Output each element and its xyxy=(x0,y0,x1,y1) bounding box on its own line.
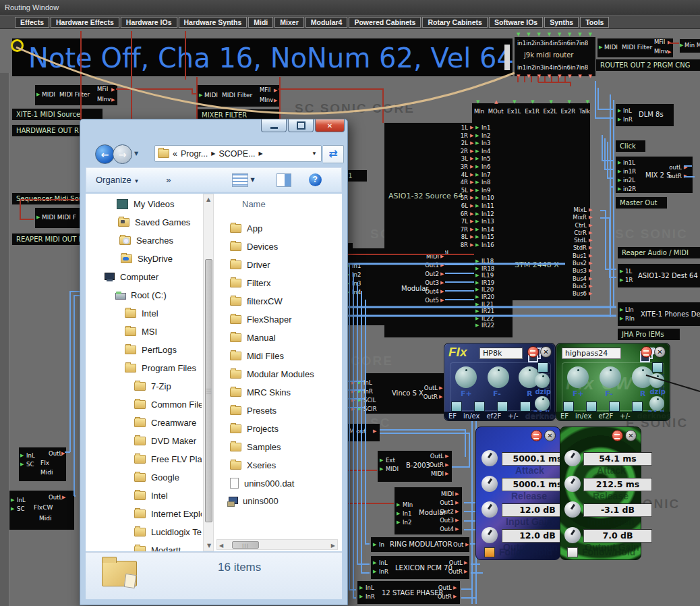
tree-item-skydrive[interactable]: SkyDrive xyxy=(121,254,173,264)
pin-label[interactable]: OutL xyxy=(49,450,62,457)
tree-item-lucidlogix[interactable]: Lucidlogix Te xyxy=(134,527,202,537)
pin-arrows[interactable]: ▶ ▶ xyxy=(684,163,687,181)
minimize-button[interactable] xyxy=(261,119,287,132)
pin-arrows[interactable]: ▶ ▶ ▶ xyxy=(397,501,400,527)
file-item-devices[interactable]: Devices xyxy=(230,242,278,252)
stm-right-arrows[interactable]: ▶ ▶ ▶ ▶ ▶ ▶ ▶ ▶ ▶ ▶ ▶ ▶ xyxy=(589,206,592,298)
release-knob[interactable] xyxy=(482,476,498,492)
tree-scrollbar[interactable]: ▲ ——— ▼ xyxy=(203,194,214,551)
file-item-mrc-skins[interactable]: MRC Skins xyxy=(230,387,291,397)
module-midi-filter-small[interactable]: ▶ MIDI MIDI F xyxy=(35,208,82,228)
explorer-window[interactable]: ✕ ← → ▼ « Progr... ▶ SCOPE... ▶ ▼ ⇄ Orga… xyxy=(80,119,348,605)
pin-label[interactable]: OutL xyxy=(49,494,62,501)
pin-arrow[interactable]: ▶ xyxy=(599,45,602,50)
file-item-samples[interactable]: Samples xyxy=(230,442,281,452)
preset-name-field[interactable]: highpass24 xyxy=(562,348,621,359)
forward-button[interactable]: → xyxy=(113,144,132,164)
module-midi-filter-mid[interactable]: ▶ MIDI MIDI Filter MFil ▶ MInv ▶ xyxy=(198,85,280,107)
label-router-out-2[interactable]: ROUTER OUT 2 PRGM CNG xyxy=(596,59,700,71)
pin-labels[interactable]: LIn RIn xyxy=(625,306,635,323)
pin-arrows[interactable]: ▶ ▶ xyxy=(439,384,442,402)
stm-header-arrows[interactable]: ▼▲▼▼▼▼▼ xyxy=(476,99,589,105)
pin-arrows[interactable]: ▶ ▶ xyxy=(380,456,383,474)
tab-tools[interactable]: Tools xyxy=(580,17,609,28)
tree-item-free-flv[interactable]: Free FLV Play xyxy=(134,454,202,464)
tree-item-common-files[interactable]: Common File xyxy=(134,400,202,410)
module-j9k-midi-router[interactable]: ▼▼▼▼▼▼▼▼ in1in2in3in4in5in6in7in8 j9k mi… xyxy=(515,37,595,76)
pin-label[interactable]: In xyxy=(379,541,384,548)
file-item-flexshaper[interactable]: FlexShaper xyxy=(230,314,291,325)
ef2f-button[interactable] xyxy=(497,402,508,412)
file-list-hscrollbar[interactable]: ◀ ||| ▶ xyxy=(216,539,338,550)
label-reaper-audio-midi[interactable]: Reaper Audio / MIDI xyxy=(618,247,700,258)
pin-labels[interactable]: OutL OutR xyxy=(421,384,438,402)
pin-arrow[interactable]: ▶ xyxy=(668,49,671,55)
pin-arrows[interactable]: ▶ ▶ xyxy=(20,451,24,469)
pin-label[interactable]: MFil xyxy=(97,86,108,92)
tab-hardware-ios[interactable]: Hardware IOs xyxy=(121,17,177,28)
pin-arrows[interactable]: ▶ ▶ ▶ xyxy=(445,452,448,478)
stm-left-outer-pins[interactable]: 1L 1R 2L 2R 3L 3R 4L 4R 5L 5R 6L 6R 7L 7… xyxy=(450,124,468,250)
stm-right-pins[interactable]: MixL MixR CtrL CtrR StdL StdR Bus1 Bus2 … xyxy=(562,206,587,298)
attack-knob[interactable] xyxy=(482,450,498,466)
tree-item-intel[interactable]: Intel xyxy=(125,308,158,319)
pin-label[interactable]: Out xyxy=(453,541,463,548)
pin-label[interactable]: MIDI xyxy=(42,91,55,98)
tree-item-7zip[interactable]: 7-Zip xyxy=(134,381,171,391)
module-lexicon[interactable]: ▶ ▶ InL InR LEXICON PCM 70 OutL OutR ▶ ▶ xyxy=(371,556,469,579)
tab-software-ios[interactable]: Software IOs xyxy=(489,17,543,28)
module-ring-modulator[interactable]: ▶ In RING MODULATOR Out ▶ xyxy=(371,537,469,552)
close-button[interactable]: ✕ xyxy=(315,119,345,132)
pin-label[interactable]: MInv xyxy=(97,96,111,103)
refresh-button[interactable]: ⇄ xyxy=(323,145,344,163)
pin-arrows[interactable]: ▶ ▶ ▶ ▶ ▶ xyxy=(455,490,459,534)
file-item-filterx[interactable]: Filterx xyxy=(230,278,270,288)
freq-plus-knob[interactable] xyxy=(455,366,477,388)
pin-labels[interactable]: InL SC xyxy=(17,496,26,514)
pin-arrows[interactable]: ▶ ▶ xyxy=(453,584,457,601)
pin-arrows[interactable]: ▶ ▶ ▶ ▶ xyxy=(618,159,621,194)
release-knob[interactable] xyxy=(564,476,581,492)
tab-mixer[interactable]: Mixer xyxy=(274,17,303,28)
fix-cw-panel[interactable]: highpass24 ✕ FIx CW F+ F- R ef2R dzip 24… xyxy=(556,343,670,421)
pin-arrow[interactable]: ▶ xyxy=(274,88,277,93)
pin-arrow[interactable]: ▶ xyxy=(465,542,469,547)
label-master-out[interactable]: Master Out xyxy=(616,197,667,209)
module-xite-phones[interactable]: ▶ ▶ LIn RIn XITE-1 Phones Dest xyxy=(618,302,700,326)
pin-labels[interactable]: MIDI Out1 Out2 Out3 Out4 xyxy=(436,490,454,534)
tree-item-root-c[interactable]: Root (C:) xyxy=(115,290,167,300)
module-modular-mid[interactable]: ▶ ▶ ▶ ▶ In1 In2 In3 In4 Modular MIDI Out… xyxy=(339,248,445,325)
module-asio-dest[interactable]: ▶ ▶ 1L 1R ASIO1-32 Dest 64 xyxy=(618,264,700,287)
inex-button[interactable] xyxy=(474,402,485,412)
pin-labels[interactable]: outL outR xyxy=(667,163,682,181)
pin-arrows[interactable]: ▶ ▶ xyxy=(620,267,623,285)
minimize-icon[interactable] xyxy=(641,346,652,358)
module-phaser[interactable]: ▶ ▶ InL InR 12 STAGE PHASER OutL OutR ▶ … xyxy=(357,581,460,604)
pin-labels[interactable]: InL InR SClL SClR xyxy=(363,379,377,414)
pin-arrows[interactable]: ▶ ▶ ▶ ▶ xyxy=(351,379,355,414)
pin-arrow[interactable]: ▶ xyxy=(36,92,40,97)
scroll-right-arrow[interactable]: ▶ xyxy=(331,543,335,549)
pin-labels[interactable]: InL InR xyxy=(366,584,375,601)
module-fix-midi[interactable]: ▶ ▶ InL SC FIx Midi OutL ▶ xyxy=(19,447,66,481)
pin-arrows[interactable]: ▶ ▶ ▶ ▶ ▶ ▶ xyxy=(440,252,444,305)
pin-arrow[interactable]: ▶ xyxy=(111,97,115,103)
tab-hardware-effects[interactable]: Hardware Effects xyxy=(51,17,119,28)
tree-item-program-files[interactable]: Program Files xyxy=(125,363,196,373)
pin-arrow[interactable]: ▶ xyxy=(199,92,202,98)
tree-item-saved-games[interactable]: Saved Games xyxy=(118,217,190,227)
cable-endpoint-icon[interactable] xyxy=(11,39,24,52)
file-item-unins000-dat[interactable]: unins000.dat xyxy=(230,478,294,489)
tree-item-computer[interactable]: Computer xyxy=(105,272,158,282)
close-icon[interactable]: ✕ xyxy=(540,346,552,358)
label-click[interactable]: Click xyxy=(616,140,645,152)
pin-arrow[interactable]: ▶ xyxy=(668,40,671,45)
pin-arrow[interactable]: ▶ xyxy=(36,215,40,220)
pin-arrow[interactable]: ▶ xyxy=(373,429,376,434)
pin-labels[interactable]: in1L in1R in2L in2R xyxy=(623,159,636,194)
plusminus-button[interactable] xyxy=(520,402,531,412)
tab-effects[interactable]: Effects xyxy=(15,17,49,28)
attack-value[interactable]: 54.1 ms xyxy=(583,452,652,466)
stm-lower-in-pins[interactable]: IL18 IR18 IL19 IR19 IL20 IR20 IL21 IR21 … xyxy=(482,258,494,329)
module-b2003[interactable]: ▶ ▶ Ext MIDI B-2003 OutL OutR MIDI ▶ ▶ ▶ xyxy=(378,451,452,482)
